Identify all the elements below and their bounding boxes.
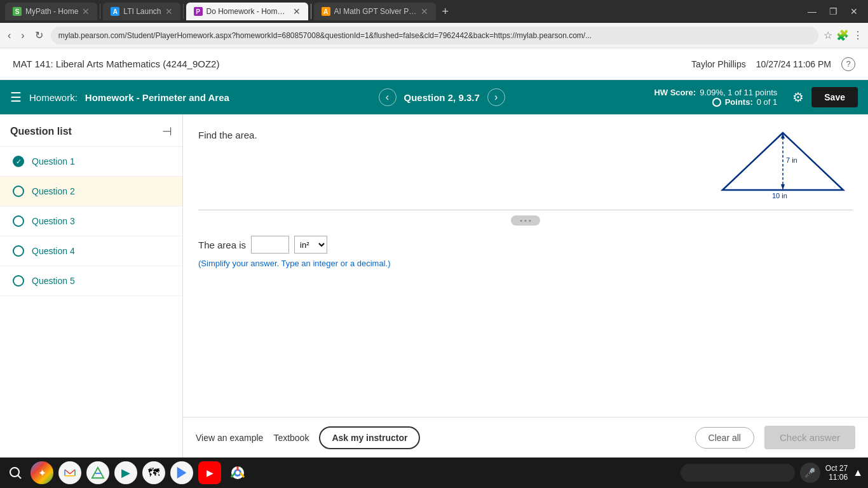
hw-score-value: 9.09%, 1 of 11 points (700, 88, 777, 97)
points-row: Points: 0 of 1 (712, 97, 778, 107)
taskbar-maps[interactable]: 🗺 (142, 461, 165, 484)
list-item[interactable]: Question 2 (0, 177, 182, 207)
tab-mypath[interactable]: S MyPath - Home ✕ (5, 3, 97, 20)
gemini-icon: ✦ (38, 467, 46, 479)
points-label: Points: (725, 97, 753, 107)
points-circle (712, 98, 721, 107)
mic-icon: 🎤 (804, 468, 815, 478)
tab-label-mypath: MyPath - Home (25, 7, 78, 16)
tab-icon-homework: P (194, 7, 203, 16)
datetime: 10/27/24 11:06 PM (756, 59, 831, 69)
gmail-icon (63, 468, 77, 478)
next-question-button[interactable]: › (487, 88, 505, 106)
chrome-icon (230, 465, 245, 480)
taskbar-youtube[interactable]: ▶ (198, 461, 221, 484)
tab-homework[interactable]: P Do Homework - Homework - Pe ✕ (186, 3, 308, 20)
extension-icon[interactable]: 🧩 (836, 29, 849, 41)
taskbar-drive[interactable] (86, 461, 109, 484)
answer-input[interactable] (251, 236, 289, 254)
taskbar-meet[interactable]: ▶ (114, 461, 137, 484)
textbook-button[interactable]: Textbook (273, 433, 309, 443)
tab-icon-ai: A (322, 7, 330, 16)
tab-ai[interactable]: A AI Math GPT Solver Powered b ✕ (314, 3, 436, 20)
triangle-diagram: 7 in 10 in (716, 130, 850, 200)
taskbar-time: 11:06 (829, 473, 848, 482)
address-icons: ☆ 🧩 ⋮ (824, 29, 863, 41)
address-bar: ‹ › ↻ ☆ 🧩 ⋮ (0, 23, 868, 48)
taskbar-gmail[interactable] (58, 461, 81, 484)
score-section: HW Score: 9.09%, 1 of 11 points Points: … (654, 88, 777, 107)
tab-divider (100, 4, 100, 19)
answer-row: The area is in² ft² cm² m² (198, 236, 853, 254)
q4-label: Question 4 (32, 246, 75, 256)
hw-navbar: ☰ Homework: Homework - Perimeter and Are… (0, 80, 868, 114)
address-input[interactable] (51, 27, 818, 44)
taskbar-search-input[interactable] (681, 464, 795, 482)
list-item[interactable]: Question 4 (0, 236, 182, 266)
search-button[interactable] (5, 463, 25, 483)
ask-instructor-button[interactable]: Ask my instructor (319, 426, 420, 449)
hint-text: (Simplify your answer. Type an integer o… (198, 259, 853, 268)
window-controls: — ❐ ✕ (803, 4, 863, 19)
svg-marker-3 (781, 184, 785, 190)
clear-all-button[interactable]: Clear all (695, 427, 754, 449)
restore-button[interactable]: ❐ (824, 4, 843, 19)
tab-close-ai[interactable]: ✕ (421, 6, 428, 17)
hw-score-label: HW Score: (654, 88, 696, 97)
question-instruction: Find the area. (198, 130, 700, 140)
q5-label: Question 5 (32, 276, 75, 286)
mic-button[interactable]: 🎤 (800, 463, 820, 483)
taskbar-right: 🎤 Oct 27 11:06 ▲ (681, 463, 863, 483)
list-item[interactable]: Question 1 (0, 147, 182, 177)
drag-handle[interactable]: • • • (511, 215, 540, 226)
svg-text:7 in: 7 in (786, 156, 797, 164)
question-list-sidebar: Question list ⊣ Question 1 Question 2 Qu… (0, 114, 183, 458)
back-button[interactable]: ‹ (5, 27, 13, 44)
check-answer-button[interactable]: Check answer (764, 426, 855, 449)
tab-divider3 (311, 4, 311, 19)
time-date: Oct 27 11:06 (825, 464, 848, 482)
list-item[interactable]: Question 3 (0, 207, 182, 236)
view-example-button[interactable]: View an example (196, 433, 263, 443)
minimize-button[interactable]: — (803, 4, 822, 19)
forward-button[interactable]: › (18, 27, 27, 44)
menu-button[interactable]: ☰ (10, 90, 22, 105)
bookmark-icon[interactable]: ☆ (824, 29, 832, 41)
save-button[interactable]: Save (811, 87, 858, 107)
tab-close-mypath[interactable]: ✕ (82, 6, 90, 17)
taskbar-chrome[interactable] (226, 461, 249, 484)
tab-bar: S MyPath - Home ✕ A LTI Launch ✕ P Do Ho… (0, 0, 868, 23)
list-item[interactable]: Question 5 (0, 266, 182, 296)
more-icon[interactable]: ⋮ (853, 29, 863, 41)
reload-button[interactable]: ↻ (32, 27, 46, 44)
prev-question-button[interactable]: ‹ (379, 88, 397, 106)
q1-label: Question 1 (32, 156, 75, 166)
help-button[interactable]: ? (841, 57, 855, 71)
close-window-button[interactable]: ✕ (845, 4, 863, 19)
tab-lti[interactable]: A LTI Launch ✕ (103, 3, 180, 20)
svg-point-17 (236, 471, 240, 475)
settings-button[interactable]: ⚙ (792, 90, 804, 105)
new-tab-button[interactable]: + (437, 5, 454, 18)
q3-label: Question 3 (32, 216, 75, 226)
tab-divider2 (183, 4, 184, 19)
q1-status-icon (13, 156, 24, 167)
bottom-toolbar: View an example Textbook Ask my instruct… (183, 417, 868, 458)
browser-chrome: S MyPath - Home ✕ A LTI Launch ✕ P Do Ho… (0, 0, 868, 48)
unit-select[interactable]: in² ft² cm² m² (294, 236, 327, 254)
q3-status-icon (13, 215, 24, 227)
taskbar-gemini[interactable]: ✦ (31, 461, 53, 484)
main-content: Question list ⊣ Question 1 Question 2 Qu… (0, 114, 868, 458)
svg-line-7 (18, 475, 21, 478)
taskbar-playstore[interactable] (170, 461, 193, 484)
question-content: Find the area. 7 in (183, 114, 868, 417)
work-area: Find the area. 7 in (183, 114, 868, 458)
tab-close-homework[interactable]: ✕ (293, 6, 301, 17)
app-header: MAT 141: Liberal Arts Mathematics (4244_… (0, 48, 868, 80)
tab-close-lti[interactable]: ✕ (165, 6, 173, 17)
question-number: Question 2, 9.3.7 (404, 92, 480, 103)
taskbar: ✦ ▶ 🗺 ▶ (0, 458, 868, 488)
collapse-sidebar-button[interactable]: ⊣ (162, 125, 172, 139)
tab-icon-lti: A (111, 7, 119, 16)
hw-title: Homework - Perimeter and Area (85, 92, 229, 103)
